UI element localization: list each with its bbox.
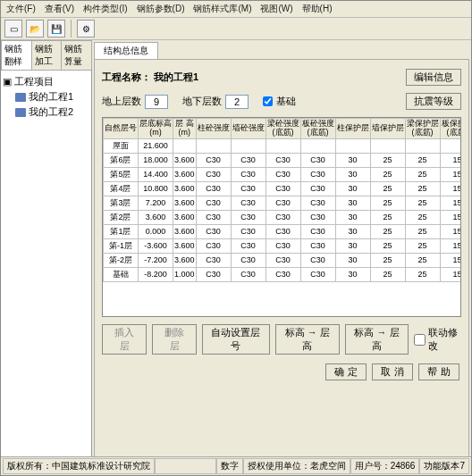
cell[interactable]: 15	[440, 167, 461, 181]
table-row[interactable]: 屋面21.600	[104, 138, 462, 153]
cell[interactable]: C30	[266, 153, 300, 167]
cell[interactable]: 25	[370, 238, 405, 253]
left-tab-2[interactable]: 钢筋加工	[31, 40, 63, 70]
cell[interactable]: C30	[266, 196, 300, 210]
cell[interactable]	[335, 138, 370, 153]
cell[interactable]: 3.600	[173, 167, 197, 181]
cell[interactable]: C30	[266, 210, 300, 224]
cell[interactable]: C30	[266, 267, 300, 281]
cell[interactable]: C30	[231, 267, 266, 281]
cell[interactable]: 30	[335, 267, 370, 281]
foundation-checkbox[interactable]	[263, 96, 273, 106]
cell[interactable]: 25	[370, 181, 405, 196]
left-tab-3[interactable]: 钢筋算量	[61, 40, 92, 70]
save-icon[interactable]: 💾	[47, 20, 65, 38]
cell[interactable]: C30	[300, 224, 335, 238]
cell[interactable]: C30	[196, 153, 231, 167]
table-row[interactable]: 第3层7.2003.600C30C30C30C3030252515	[104, 196, 462, 210]
tree-item-1[interactable]: 我的工程1	[3, 89, 89, 104]
menu-file[interactable]: 文件(F)	[3, 2, 39, 16]
cell[interactable]: 30	[335, 238, 370, 253]
cell[interactable]: C30	[196, 167, 231, 181]
linked-edit-checkbox[interactable]	[414, 334, 426, 346]
table-row[interactable]: 第4层10.8003.600C30C30C30C3030252515	[104, 181, 462, 196]
cell[interactable]: 15	[440, 238, 461, 253]
help-button[interactable]: 帮 助	[418, 363, 459, 380]
cell[interactable]: C30	[300, 181, 335, 196]
table-row[interactable]: 第5层14.4003.600C30C30C30C3030252515	[104, 167, 462, 181]
edit-info-button[interactable]: 编辑信息	[406, 69, 461, 86]
cell[interactable]: 3.600	[173, 253, 197, 267]
cell[interactable]	[173, 138, 197, 153]
cell[interactable]: 25	[370, 167, 405, 181]
table-row[interactable]: 第-1层-3.6003.600C30C30C30C3030252515	[104, 238, 462, 253]
cell[interactable]: C30	[231, 224, 266, 238]
cell[interactable]: 3.600	[173, 238, 197, 253]
cell[interactable]: 第1层	[104, 224, 139, 238]
cell[interactable]: 第-2层	[104, 253, 139, 267]
table-row[interactable]: 第6层18.0003.600C30C30C30C3030252515	[104, 153, 462, 167]
delete-floor-button[interactable]: 删除层	[152, 324, 197, 355]
cancel-button[interactable]: 取 消	[372, 363, 413, 380]
cell[interactable]	[231, 138, 266, 153]
cell[interactable]: C30	[231, 210, 266, 224]
menu-view[interactable]: 查看(V)	[41, 2, 78, 16]
menu-component[interactable]: 构件类型(I)	[80, 2, 131, 16]
cell[interactable]: 7.200	[139, 196, 173, 210]
cell[interactable]: 25	[370, 196, 405, 210]
cell[interactable]: C30	[266, 238, 300, 253]
cell[interactable]: 14.400	[139, 167, 173, 181]
cell[interactable]: 25	[405, 224, 440, 238]
cell[interactable]: 15	[440, 210, 461, 224]
cell[interactable]: 21.600	[139, 138, 173, 153]
cell[interactable]: 25	[405, 153, 440, 167]
tree-root[interactable]: ▣ 工程项目	[3, 74, 89, 89]
cell[interactable]: 25	[370, 153, 405, 167]
ok-button[interactable]: 确 定	[325, 363, 367, 380]
cell[interactable]: 30	[335, 153, 370, 167]
cell[interactable]: 30	[335, 224, 370, 238]
cell[interactable]	[300, 138, 335, 153]
cell[interactable]: 3.600	[173, 181, 197, 196]
cell[interactable]: 第-1层	[104, 238, 139, 253]
cell[interactable]: C30	[231, 196, 266, 210]
cell[interactable]: C30	[196, 238, 231, 253]
cell[interactable]: C30	[231, 167, 266, 181]
cell[interactable]: 第2层	[104, 210, 139, 224]
insert-floor-button[interactable]: 插入层	[102, 324, 147, 355]
cell[interactable]	[440, 138, 461, 153]
tree-item-2[interactable]: 我的工程2	[3, 104, 89, 120]
cell[interactable]: 15	[440, 196, 461, 210]
cell[interactable]: 25	[405, 167, 440, 181]
cell[interactable]: C30	[231, 253, 266, 267]
above-floors-input[interactable]	[145, 95, 168, 109]
open-icon[interactable]: 📂	[26, 20, 44, 38]
cell[interactable]: C30	[300, 238, 335, 253]
cell[interactable]: 10.800	[139, 181, 173, 196]
seismic-button[interactable]: 抗震等级	[406, 93, 461, 110]
cell[interactable]: C30	[196, 181, 231, 196]
cell[interactable]: 3.600	[173, 196, 197, 210]
cell[interactable]: 1.000	[173, 267, 197, 281]
cell[interactable]: 3.600	[173, 153, 197, 167]
table-row[interactable]: 第2层3.6003.600C30C30C30C3030252515	[104, 210, 462, 224]
cell[interactable]: 3.600	[173, 224, 197, 238]
cell[interactable]	[370, 138, 405, 153]
auto-floor-button[interactable]: 自动设置层号	[202, 324, 270, 355]
cell[interactable]: C30	[266, 224, 300, 238]
cell[interactable]: 25	[370, 253, 405, 267]
cell[interactable]: -7.200	[139, 253, 173, 267]
cell[interactable]: 30	[335, 196, 370, 210]
cell[interactable]: 第5层	[104, 167, 139, 181]
cell[interactable]: 25	[370, 267, 405, 281]
cell[interactable]: 25	[405, 196, 440, 210]
cell[interactable]: 25	[405, 253, 440, 267]
cell[interactable]: 25	[405, 238, 440, 253]
cell[interactable]: 第3层	[104, 196, 139, 210]
new-icon[interactable]: ▭	[4, 20, 22, 38]
cell[interactable]: 3.600	[139, 210, 173, 224]
tab-structure-info[interactable]: 结构总信息	[94, 42, 158, 59]
cell[interactable]: 0.000	[139, 224, 173, 238]
cell[interactable]: 30	[335, 253, 370, 267]
cell[interactable]: C30	[196, 253, 231, 267]
